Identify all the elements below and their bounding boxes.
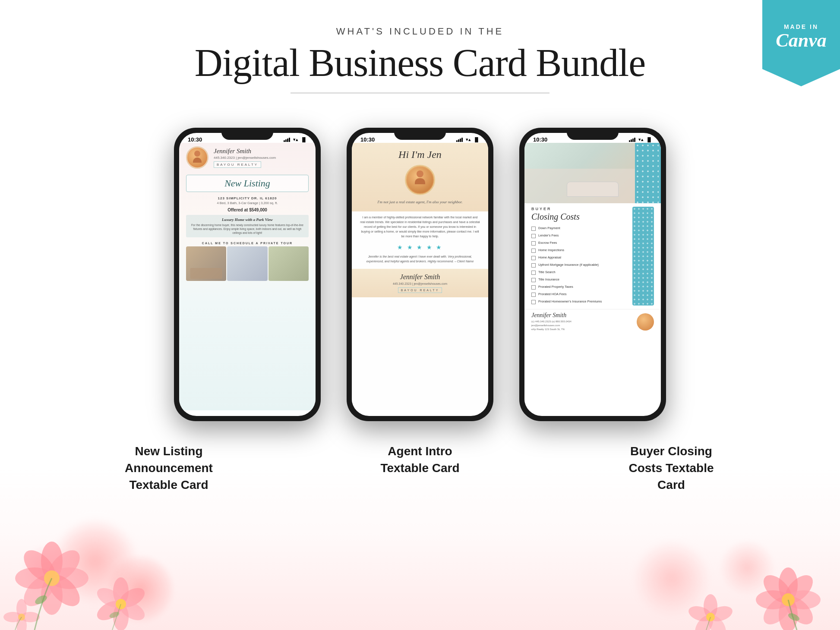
checkbox-prorated-taxes: [531, 285, 536, 290]
phone-3-inner: 10:30 ▾▴ ▐▌: [524, 133, 661, 416]
p3-footer-contact: (c) 445.340.2323 (o) 880.555.0434 jen@je…: [531, 320, 633, 331]
p1-luxury-desc: For the discerning home buyer, this newl…: [190, 223, 304, 235]
p3-right-dots: [632, 207, 654, 306]
caption-2-text: Agent IntroTextable Card: [347, 443, 493, 476]
battery-icon-3: ▐▌: [646, 137, 652, 142]
p1-person-body: [193, 158, 202, 163]
made-in-text: MADE IN: [784, 23, 818, 30]
canva-text: Canva: [776, 31, 826, 50]
p3-footer-name: Jennifer Smith: [531, 312, 633, 319]
phone-2-wrapper: 10:30 ▾▴ ▐▌ Hi I'm Jen: [347, 128, 493, 421]
wifi-icon-2: ▾▴: [466, 137, 471, 142]
p1-contact: 445.340.2323 | jen@jensellshouses.com: [214, 156, 309, 160]
header-subtitle: WHAT'S INCLUDED IN THE: [0, 26, 840, 37]
p3-checklist: Down Payment Lender's Fees Escrow Fees: [531, 225, 629, 306]
checkbox-hoa-fees: [531, 293, 536, 297]
phone-2-inner: 10:30 ▾▴ ▐▌ Hi I'm Jen: [352, 133, 488, 416]
phone-1-wrapper: 10:30 ▾▴ ▐▌: [174, 128, 321, 421]
phone-2-time: 10:30: [360, 136, 375, 143]
canva-badge: MADE IN Canva: [762, 0, 840, 86]
signal-bars: [284, 138, 290, 142]
p3-costs-title: Closing Costs: [531, 212, 629, 221]
p2-footer-name: Jennifer Smith: [359, 273, 481, 281]
p3-footer-info: Jennifer Smith (c) 445.340.2323 (o) 880.…: [531, 312, 633, 331]
p2-avatar: [405, 165, 435, 195]
p2-footer-contact: 445.340.2323 | jen@jensellshouses.com: [359, 282, 481, 285]
checklist-item-escrow-fees: Escrow Fees: [531, 239, 629, 247]
floral-circle-4: [633, 539, 711, 617]
phone-1-time: 10:30: [188, 136, 202, 143]
page-header: WHAT'S INCLUDED IN THE Digital Business …: [0, 0, 840, 102]
battery-icon: ▐▌: [301, 137, 307, 142]
phone-2-notch: [394, 128, 446, 140]
phones-container: 10:30 ▾▴ ▐▌: [0, 102, 840, 434]
p1-photo-1: [186, 246, 226, 281]
p1-details: 4 Bed, 3 Bath, 3-Car Garage | 3,200 sq. …: [179, 200, 316, 206]
phone-2-content: Hi I'm Jen I'm not just a real estate ag…: [352, 143, 488, 410]
p2-footer-realty: BAYOU REALTY: [398, 287, 442, 293]
phone-1-notch: [221, 128, 273, 140]
bar-4: [289, 138, 290, 142]
phone-3-notch: [567, 128, 619, 140]
p1-luxury-title: Luxury Home with a Park View: [190, 217, 304, 222]
phone-2-frame: 10:30 ▾▴ ▐▌ Hi I'm Jen: [347, 128, 493, 421]
p2-review: Jennifer is the best real estate agent I…: [352, 253, 488, 265]
phone-1-content: Jennifer Smith 445.340.2323 | jen@jensel…: [179, 143, 316, 410]
caption-3-text: Buyer ClosingCosts TextableCard: [598, 443, 745, 494]
phone-3-status-icons: ▾▴ ▐▌: [629, 137, 652, 142]
wifi-icon: ▾▴: [293, 137, 298, 142]
p2-intro-banner: Hi I'm Jen I'm not just a real estate ag…: [352, 143, 488, 211]
header-title: Digital Business Card Bundle: [0, 41, 840, 84]
p1-avatar: [186, 146, 208, 169]
checklist-item-down-payment: Down Payment: [531, 225, 629, 232]
checkbox-home-inspections: [531, 249, 536, 253]
caption-1: New ListingAnnouncementTextable Card: [95, 443, 242, 494]
p3-main-content: BUYER Closing Costs Down Payment Lender'…: [524, 203, 661, 309]
checkbox-upfront-mortgage: [531, 263, 536, 268]
checklist-item-prorated-taxes: Prorated Property Taxes: [531, 284, 629, 291]
p1-price: Offered at $549,000: [179, 206, 316, 213]
p1-luxury-section: Luxury Home with a Park View For the dis…: [186, 215, 309, 237]
battery-icon-2: ▐▌: [474, 137, 480, 142]
checklist-item-homeowner-insurance: Prorated Homeowner's Insurance Premiums: [531, 298, 629, 306]
p3-footer: Jennifer Smith (c) 445.340.2323 (o) 880.…: [524, 309, 661, 335]
caption-3: Buyer ClosingCosts TextableCard: [598, 443, 745, 494]
wifi-icon-3: ▾▴: [638, 137, 644, 142]
phone-1-frame: 10:30 ▾▴ ▐▌: [174, 128, 321, 421]
p3-sofa: [567, 182, 619, 197]
p2-tagline: I'm not just a real estate agent, I'm al…: [359, 199, 481, 205]
p1-cta: CALL ME TO SCHEDULE A PRIVATE TOUR: [179, 239, 316, 246]
checklist-item-hoa-fees: Prorated HOA Fees: [531, 291, 629, 298]
p1-address: 123 SIMPLICITY DR. IL 61820: [179, 195, 316, 200]
checkbox-title-insurance: [531, 278, 536, 282]
checklist-item-home-inspections: Home Inspections: [531, 247, 629, 254]
p1-listing-box: New Listing: [186, 175, 309, 192]
p3-teal-column: [632, 207, 654, 306]
p3-footer-avatar: [637, 313, 654, 331]
checklist-item-upfront-mortgage: Upfront Mortgage Insurance (if applicabl…: [531, 261, 629, 269]
signal-bars-2: [456, 138, 463, 142]
floral-circle-5: [719, 539, 775, 595]
phone-1-inner: 10:30 ▾▴ ▐▌: [179, 133, 316, 416]
p3-dots: [635, 143, 659, 203]
bar-2: [285, 139, 287, 142]
p2-avatar-inner: [407, 167, 433, 193]
p2-footer-banner: Jennifer Smith 445.340.2323 | jen@jensel…: [352, 269, 488, 297]
floral-circle-2: [108, 557, 173, 621]
bar-1: [284, 140, 285, 142]
checkbox-home-appraisal: [531, 256, 536, 260]
p2-stars: ★ ★ ★ ★ ★: [352, 242, 488, 253]
caption-1-text: New ListingAnnouncementTextable Card: [95, 443, 242, 494]
checklist-item-title-insurance: Title Insurance: [531, 276, 629, 284]
p1-header: Jennifer Smith 445.340.2323 | jen@jensel…: [179, 143, 316, 172]
checkbox-escrow-fees: [531, 241, 536, 246]
phone-3-content: BUYER Closing Costs Down Payment Lender'…: [524, 143, 661, 410]
p1-avatar-inner: [188, 148, 207, 167]
checkbox-homeowner-insurance: [531, 300, 536, 304]
checkbox-down-payment: [531, 227, 536, 231]
header-divider: [291, 93, 549, 93]
p1-photo-3: [268, 246, 309, 281]
signal-bars-3: [629, 138, 635, 142]
checklist-item-lenders-fees: Lender's Fees: [531, 232, 629, 239]
p1-listing-title: New Listing: [191, 178, 304, 189]
